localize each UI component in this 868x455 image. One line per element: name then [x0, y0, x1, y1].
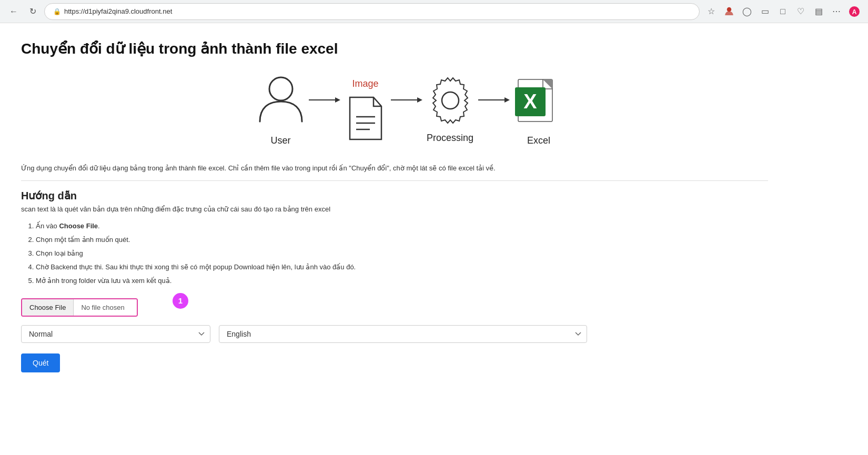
list-item: Mở ảnh trong folder vừa lưu và xem kết q…: [36, 274, 768, 288]
list-item: Ấn vào Choose File.: [36, 219, 768, 233]
page-content: Chuyển đổi dữ liệu trong ảnh thành file …: [0, 23, 789, 389]
image-label: Image: [352, 78, 378, 89]
instructions-title: Hướng dẫn: [21, 189, 768, 202]
favorite-icon[interactable]: ☆: [704, 4, 719, 19]
step-badge: 1: [173, 293, 188, 309]
list-item: Chọn loại bảng: [36, 247, 768, 260]
description: Ứng dụng chuyển đổi dữ liệu dạng bảng tr…: [21, 163, 768, 174]
instructions-list: Ấn vào Choose File. Chọn một tấm ảnh muố…: [21, 219, 768, 288]
arrow-2: [391, 95, 422, 105]
excel-label: Excel: [527, 135, 550, 146]
reload-button[interactable]: ↻: [25, 4, 40, 19]
cast-icon[interactable]: ▤: [811, 4, 826, 19]
diagram-image: Image: [345, 78, 387, 142]
file-input-wrapper: Choose File No file chosen: [21, 298, 138, 317]
arrow-1: [309, 95, 340, 105]
svg-point-0: [728, 7, 731, 11]
profile-avatar[interactable]: A: [847, 4, 862, 19]
svg-point-3: [269, 77, 292, 100]
divider: [21, 180, 768, 181]
wechat-icon[interactable]: ♡: [793, 4, 808, 19]
address-bar: 🔒 https://d1piyfai2qina9.cloudfront.net: [44, 3, 700, 20]
document-icon: [345, 95, 387, 142]
processing-label: Processing: [427, 133, 473, 144]
type-select[interactable]: Normal Type A Type B: [21, 325, 210, 343]
toolbar-icons: ☆ ◯ ▭ □ ♡ ▤ ⋯ A: [704, 4, 862, 19]
no-file-label: No file chosen: [74, 299, 137, 316]
language-select[interactable]: English Vietnamese Japanese: [219, 325, 587, 343]
svg-text:A: A: [852, 8, 857, 16]
more-icon[interactable]: ⋯: [829, 4, 844, 19]
gear-icon: [427, 77, 474, 124]
extensions-icon[interactable]: □: [775, 4, 790, 19]
instructions-section: Hướng dẫn scan text là là quét văn bản d…: [21, 189, 768, 288]
list-item: Chờ Backend thực thi. Sau khi thực thi x…: [36, 260, 768, 274]
selects-row: Normal Type A Type B English Vietnamese …: [21, 325, 768, 343]
svg-text:X: X: [523, 90, 537, 113]
svg-marker-13: [504, 97, 510, 103]
diagram-excel: X Excel: [514, 74, 564, 146]
page-title: Chuyển đổi dữ liệu trong ảnh thành file …: [21, 40, 768, 57]
arrow-3: [478, 95, 510, 105]
user-label: User: [270, 135, 290, 146]
diagram-processing: Processing: [427, 77, 474, 144]
diagram-user: User: [257, 74, 305, 146]
browser-chrome: ← ↻ 🔒 https://d1piyfai2qina9.cloudfront.…: [0, 0, 868, 23]
timer-icon[interactable]: ◯: [740, 4, 754, 19]
file-input-row: Choose File No file chosen 1: [21, 298, 768, 317]
list-item: Chọn một tấm ảnh muốn quét.: [36, 233, 768, 247]
svg-marker-10: [417, 97, 422, 103]
lock-icon: 🔒: [53, 8, 61, 15]
user-icon: [257, 74, 305, 127]
url-text: https://d1piyfai2qina9.cloudfront.net: [64, 7, 691, 15]
profile-icon[interactable]: [722, 4, 736, 19]
split-icon[interactable]: ▭: [758, 4, 772, 19]
scan-button[interactable]: Quét: [21, 353, 60, 372]
choose-file-button[interactable]: Choose File: [22, 299, 74, 316]
diagram: User Image: [53, 74, 768, 146]
svg-marker-5: [335, 97, 340, 103]
excel-icon: X: [514, 74, 564, 127]
instructions-subtitle: scan text là là quét văn bản dựa trên nh…: [21, 205, 768, 213]
back-button[interactable]: ←: [6, 4, 21, 19]
svg-point-11: [442, 92, 459, 109]
